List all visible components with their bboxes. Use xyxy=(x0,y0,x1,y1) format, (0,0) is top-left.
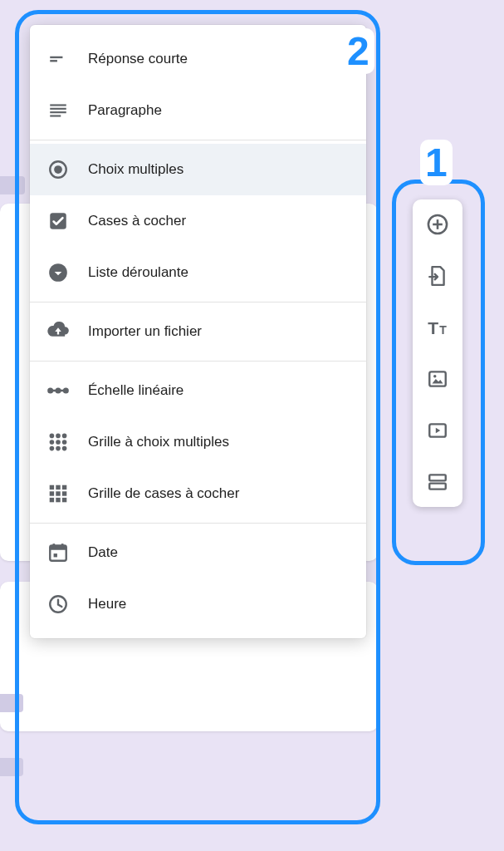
radio-button-icon xyxy=(46,158,70,181)
calendar-icon xyxy=(46,541,70,564)
svg-rect-25 xyxy=(62,485,66,489)
add-image-button[interactable] xyxy=(424,366,451,392)
svg-point-21 xyxy=(56,446,61,451)
linear-scale-icon xyxy=(46,379,70,402)
svg-point-44 xyxy=(433,375,436,377)
add-title-button[interactable]: TT xyxy=(424,314,451,341)
menu-item-checkbox-grid[interactable]: Grille de cases à cocher xyxy=(30,468,366,519)
svg-point-18 xyxy=(56,440,61,445)
svg-point-13 xyxy=(63,388,69,394)
svg-rect-4 xyxy=(50,111,66,113)
svg-rect-27 xyxy=(56,491,60,495)
svg-rect-46 xyxy=(429,475,446,480)
side-toolbar: TT xyxy=(413,199,462,507)
question-type-menu: Réponse courte Paragraphe Choix multiple… xyxy=(30,25,366,638)
callout-number-1: 1 xyxy=(420,140,453,185)
svg-rect-1 xyxy=(50,60,57,61)
svg-rect-2 xyxy=(50,104,66,106)
short-text-icon xyxy=(46,47,70,71)
menu-item-label: Grille à choix multiples xyxy=(88,434,229,450)
svg-point-15 xyxy=(56,434,61,439)
menu-divider xyxy=(30,140,366,140)
svg-point-22 xyxy=(62,446,67,451)
svg-point-17 xyxy=(50,440,55,445)
menu-item-label: Grille de cases à cocher xyxy=(88,485,239,502)
svg-rect-35 xyxy=(61,544,64,548)
svg-rect-31 xyxy=(62,498,66,502)
menu-divider xyxy=(30,361,366,362)
svg-point-19 xyxy=(62,440,67,445)
menu-item-multiple-choice-grid[interactable]: Grille à choix multiples xyxy=(30,416,366,468)
svg-rect-30 xyxy=(56,498,60,502)
menu-item-short-answer[interactable]: Réponse courte xyxy=(30,33,366,85)
section-icon xyxy=(427,471,448,493)
svg-rect-24 xyxy=(56,485,60,489)
menu-item-label: Réponse courte xyxy=(88,51,188,67)
menu-item-date[interactable]: Date xyxy=(30,527,366,578)
menu-item-multiple-choice[interactable]: Choix multiples xyxy=(30,144,366,195)
menu-item-label: Heure xyxy=(88,596,126,612)
svg-point-16 xyxy=(62,434,67,439)
add-video-button[interactable] xyxy=(424,417,451,444)
paragraph-icon xyxy=(46,99,70,122)
svg-rect-36 xyxy=(54,553,57,557)
svg-point-12 xyxy=(56,388,61,394)
menu-item-label: Importer un fichier xyxy=(88,323,202,340)
plus-circle-icon xyxy=(426,213,449,236)
svg-rect-0 xyxy=(50,57,62,58)
add-section-button[interactable] xyxy=(424,469,451,495)
menu-item-label: Cases à cocher xyxy=(88,213,186,229)
svg-rect-43 xyxy=(429,371,446,386)
menu-item-linear-scale[interactable]: Échelle linéaire xyxy=(30,365,366,416)
checkbox-icon xyxy=(46,209,70,233)
file-import-icon xyxy=(427,265,448,287)
menu-item-label: Liste déroulante xyxy=(88,264,188,281)
clock-icon xyxy=(46,593,70,616)
svg-rect-47 xyxy=(429,484,446,489)
svg-text:T: T xyxy=(428,318,438,337)
image-icon xyxy=(427,368,448,390)
svg-point-11 xyxy=(47,388,53,394)
menu-item-label: Échelle linéaire xyxy=(88,382,183,399)
menu-item-paragraph[interactable]: Paragraphe xyxy=(30,85,366,136)
video-icon xyxy=(427,420,448,441)
menu-item-file-upload[interactable]: Importer un fichier xyxy=(30,306,366,357)
svg-rect-33 xyxy=(50,545,66,549)
svg-rect-5 xyxy=(50,115,61,116)
menu-item-checkboxes[interactable]: Cases à cocher xyxy=(30,195,366,247)
cloud-upload-icon xyxy=(46,320,70,343)
svg-point-20 xyxy=(50,446,55,451)
menu-divider xyxy=(30,523,366,524)
svg-rect-28 xyxy=(62,491,66,495)
square-grid-icon xyxy=(46,482,70,505)
svg-rect-26 xyxy=(50,491,54,495)
svg-rect-29 xyxy=(50,498,54,502)
svg-rect-3 xyxy=(50,108,66,110)
menu-item-dropdown[interactable]: Liste déroulante xyxy=(30,247,366,298)
menu-divider xyxy=(30,302,366,303)
add-question-button[interactable] xyxy=(424,211,451,238)
svg-point-7 xyxy=(54,165,62,174)
import-questions-button[interactable] xyxy=(424,263,451,289)
svg-point-14 xyxy=(50,434,55,439)
svg-text:T: T xyxy=(439,323,447,337)
text-icon: TT xyxy=(426,316,449,339)
menu-item-time[interactable]: Heure xyxy=(30,578,366,630)
menu-item-label: Date xyxy=(88,544,118,561)
dropdown-icon xyxy=(46,261,70,284)
menu-item-label: Paragraphe xyxy=(88,102,162,119)
svg-rect-23 xyxy=(50,485,54,489)
svg-rect-34 xyxy=(53,544,56,548)
menu-item-label: Choix multiples xyxy=(88,161,183,178)
dot-grid-icon xyxy=(46,430,70,454)
